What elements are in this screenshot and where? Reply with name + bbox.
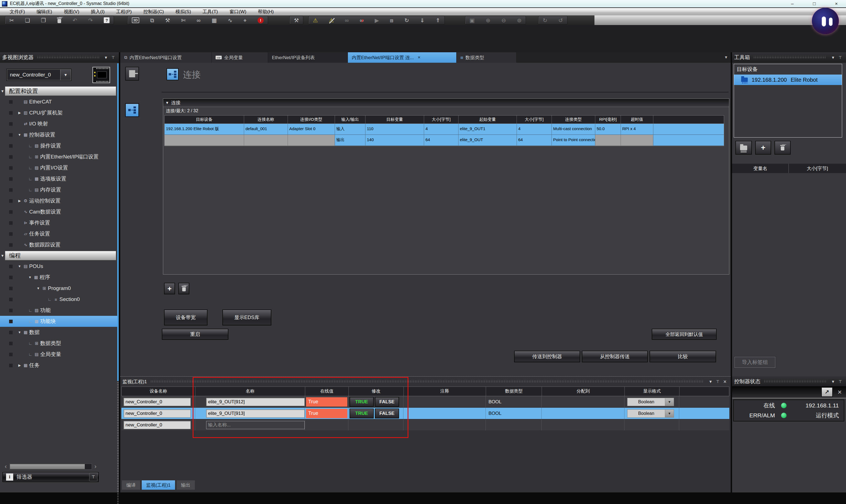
sidebar-item-operation-settings[interactable]: ∟▧操作设置: [0, 140, 117, 151]
close-button[interactable]: ×: [830, 1, 843, 6]
tab-data-types[interactable]: ⧈ 数据类型: [457, 52, 516, 63]
set-false-button[interactable]: FALSE: [375, 409, 399, 418]
connection-row-input[interactable]: 192.168.1.200 Elite Robot 版 default_001 …: [164, 124, 724, 135]
tab-watch[interactable]: 监视(工程)1: [142, 480, 175, 490]
tab-global-variables[interactable]: var 全局变量: [212, 52, 268, 63]
register-device-button[interactable]: [735, 141, 752, 155]
sidebar-item-builtin-io[interactable]: ∟▨内置I/O设置: [0, 162, 117, 173]
watch-row-new[interactable]: [121, 419, 729, 431]
toolbox-pin-icon[interactable]: ⊤: [836, 55, 844, 60]
simulation-icon[interactable]: ⚒: [294, 18, 299, 23]
sidebar-item-cam-data[interactable]: ∿Cam数据设置: [0, 206, 117, 217]
delete-icon[interactable]: [57, 18, 61, 23]
sidebar-item-tasks[interactable]: ▶▦任务: [0, 360, 117, 371]
sidebar-item-cpu-rack[interactable]: ▶▥CPU/扩展机架: [0, 107, 117, 118]
filter-bar[interactable]: i 筛选器 ⊤: [2, 472, 99, 482]
sidebar-item-global-variables[interactable]: ∟▤全局变量: [0, 349, 117, 360]
tree-horizontal-scrollbar[interactable]: ‹ ›: [2, 463, 99, 470]
help-icon[interactable]: ?: [104, 17, 109, 23]
build-icon[interactable]: ⚒: [165, 18, 170, 23]
transfer-from-controller-button[interactable]: 从控制器传送: [582, 351, 648, 362]
watch-row-913[interactable]: True TRUE FALSE BOOL Boolean ▼: [121, 408, 729, 419]
new-variable-input[interactable]: [206, 421, 305, 429]
sidebar-item-section0[interactable]: ∟≡Section0: [0, 294, 117, 305]
watch-pin-icon[interactable]: ⊤: [714, 379, 721, 384]
section-programming[interactable]: ▼ 编程: [0, 250, 117, 261]
set-false-button[interactable]: FALSE: [375, 397, 399, 407]
tab-close-icon[interactable]: ×: [418, 55, 421, 60]
status-pin-icon[interactable]: ⊤: [836, 379, 844, 384]
display-format-dropdown[interactable]: Boolean ▼: [627, 409, 674, 418]
menu-simulation[interactable]: 模拟(S): [170, 8, 197, 15]
sidebar-item-function-blocks[interactable]: ∟▩功能块: [0, 316, 117, 327]
collapse-icon[interactable]: ▼: [36, 286, 41, 290]
zoom-fit-icon[interactable]: ▣: [470, 18, 475, 23]
import-tag-set-button[interactable]: 导入标签组: [734, 357, 776, 368]
menu-controller[interactable]: 控制器(C): [138, 8, 170, 15]
expand-icon[interactable]: ▶: [17, 111, 22, 115]
cut-icon[interactable]: ✂: [10, 18, 14, 23]
sidebar-item-event-settings[interactable]: ⊳事件设置: [0, 217, 117, 228]
zoom-in-icon[interactable]: ⊕: [486, 18, 490, 23]
redo-icon[interactable]: ↷: [88, 18, 93, 23]
compare-button[interactable]: 比较: [650, 351, 716, 362]
popout-icon[interactable]: ↗: [821, 387, 833, 397]
h-scroll-thumb[interactable]: [10, 464, 85, 469]
tab-overflow-icon[interactable]: ▼: [724, 55, 728, 59]
tab-ethernet-ip-settings[interactable]: ⧉ 内置EtherNet/IP端口设置: [120, 52, 212, 63]
collapse-icon[interactable]: ▼: [28, 275, 33, 279]
restart-button[interactable]: 重启: [162, 329, 228, 340]
sidebar-item-program0[interactable]: ▼⊞Program0: [0, 283, 117, 294]
group-collapse-icon[interactable]: ▼: [165, 101, 169, 105]
watch-close-icon[interactable]: ×: [721, 379, 728, 385]
tree-scrollbar[interactable]: [117, 63, 119, 381]
section-programming-collapse-icon[interactable]: ▼: [0, 254, 5, 258]
h-scroll-track[interactable]: [10, 464, 92, 470]
device-name-field[interactable]: [124, 409, 191, 418]
collapse-icon[interactable]: ▼: [17, 133, 22, 137]
tab-eip-connection[interactable]: 内置EtherNet/IP端口设置 连... ×: [348, 52, 457, 63]
menu-edit[interactable]: 编辑(E): [31, 8, 58, 15]
controller-selector-dropdown-icon[interactable]: ▼: [60, 70, 71, 80]
device-name-field[interactable]: [124, 421, 191, 429]
section-config[interactable]: ▼ 配置和设置: [0, 86, 117, 96]
program-check-icon[interactable]: ∞: [197, 18, 201, 23]
upload-from-controller-icon[interactable]: ⇑: [436, 18, 440, 23]
menu-project[interactable]: 工程(P): [110, 8, 138, 15]
delete-connection-button[interactable]: [178, 283, 189, 294]
set-true-button[interactable]: TRUE: [350, 397, 374, 407]
pin-icon[interactable]: ⊤: [109, 55, 117, 60]
sidebar-item-data-trace[interactable]: ∿数据跟踪设置: [0, 239, 117, 250]
watch-row-912[interactable]: True TRUE FALSE BOOL Boolean ▼: [121, 396, 729, 408]
target-device-item[interactable]: 192.168.1.200 Elite Robot: [734, 75, 842, 85]
collapse-panel-icon[interactable]: ▼: [102, 55, 109, 60]
search-icon[interactable]: ⌖: [244, 18, 247, 23]
rotate-cw-icon[interactable]: ↻: [543, 18, 547, 23]
menu-tools[interactable]: 工具(T): [197, 8, 224, 15]
connection-group-header[interactable]: ▼ 连接: [163, 99, 729, 107]
comment-cell[interactable]: [403, 396, 486, 408]
menu-file[interactable]: 文件(F): [4, 8, 31, 15]
3d-view-icon[interactable]: 3D: [132, 17, 139, 23]
display-format-dropdown[interactable]: Boolean ▼: [627, 398, 674, 406]
warning-icon[interactable]: ⚠: [313, 18, 318, 23]
maximize-button[interactable]: □: [808, 1, 821, 6]
dropdown-arrow-icon[interactable]: ▼: [665, 398, 674, 406]
watch-collapse-icon[interactable]: ▼: [707, 379, 714, 384]
connection-row-output[interactable]: 输出 140 64 elite_9_OUT 64 Point to Point …: [164, 135, 724, 146]
run-icon[interactable]: ▶: [374, 18, 379, 23]
export-icon[interactable]: ⧉: [150, 18, 154, 23]
delete-device-button[interactable]: [774, 141, 791, 155]
minimize-button[interactable]: –: [786, 1, 799, 6]
scroll-right-icon[interactable]: ›: [92, 463, 99, 470]
connection-view-button[interactable]: [125, 103, 139, 117]
device-name-field[interactable]: [124, 398, 191, 406]
sidebar-item-io-map[interactable]: ⇄I/O 映射: [0, 118, 117, 129]
menu-view[interactable]: 视图(V): [58, 8, 85, 15]
rebuild-icon[interactable]: ✄: [181, 18, 186, 23]
sidebar-item-controller-settings[interactable]: ▼▦控制器设置: [0, 129, 117, 140]
device-bandwidth-button[interactable]: 设备带宽: [164, 309, 208, 325]
download-to-controller-icon[interactable]: ⇓: [420, 18, 425, 23]
variable-table-icon[interactable]: ▦: [212, 18, 217, 23]
menu-help[interactable]: 帮助(H): [252, 8, 280, 15]
